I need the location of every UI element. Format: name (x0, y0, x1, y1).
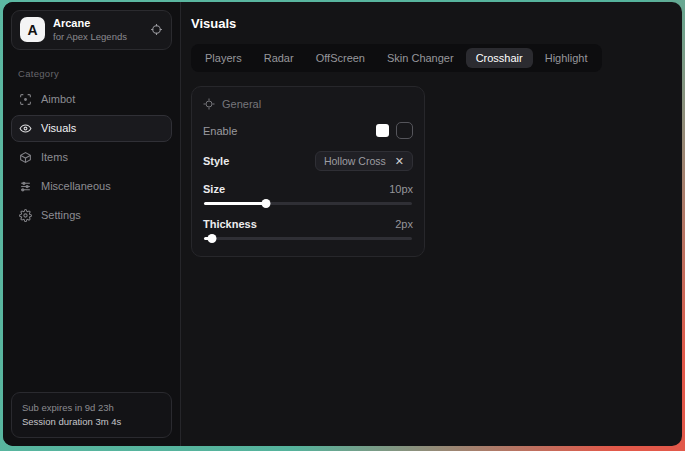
color-swatch[interactable] (376, 124, 389, 137)
app-subtitle: for Apex Legends (53, 31, 142, 43)
size-slider[interactable] (204, 199, 412, 208)
size-label: Size (203, 183, 225, 195)
panel-header-label: General (222, 98, 261, 110)
tab-highlight[interactable]: Highlight (535, 48, 598, 68)
sliders-icon (19, 180, 32, 193)
main-content: Visuals Players Radar OffScreen Skin Cha… (181, 2, 682, 446)
style-row: Style Hollow Cross ✕ (203, 151, 413, 171)
tab-skin-changer[interactable]: Skin Changer (377, 48, 464, 68)
app-logo: A (20, 17, 45, 42)
box-icon (19, 151, 32, 164)
slider-thumb[interactable] (262, 199, 271, 208)
enable-row: Enable (203, 122, 413, 139)
crosshair-icon[interactable] (150, 23, 163, 36)
thickness-label: Thickness (203, 218, 257, 230)
tab-radar[interactable]: Radar (254, 48, 304, 68)
enable-label: Enable (203, 125, 237, 137)
sidebar-nav: Aimbot Visuals Items (3, 85, 180, 230)
thickness-slider[interactable] (204, 234, 412, 243)
slider-fill (204, 202, 266, 205)
thickness-value: 2px (395, 218, 413, 230)
style-select[interactable]: Hollow Cross ✕ (315, 151, 413, 171)
app-header-card: A Arcane for Apex Legends (11, 10, 172, 50)
general-panel: General Enable Style Hollow Cross ✕ Size… (191, 86, 425, 257)
sidebar-item-visuals[interactable]: Visuals (11, 115, 172, 142)
sub-expires-text: Sub expires in 9d 23h (22, 401, 161, 415)
visuals-tabbar: Players Radar OffScreen Skin Changer Cro… (191, 44, 602, 72)
sidebar-item-label: Aimbot (41, 93, 75, 105)
panel-header: General (203, 98, 413, 110)
crosshair-icon (203, 98, 215, 110)
sidebar-item-aimbot[interactable]: Aimbot (11, 86, 172, 113)
enable-checkbox[interactable] (396, 122, 413, 139)
app-title: Arcane (53, 17, 142, 31)
slider-track (204, 237, 412, 240)
tab-players[interactable]: Players (195, 48, 252, 68)
style-selected-value: Hollow Cross (324, 155, 386, 167)
app-header-text: Arcane for Apex Legends (53, 17, 142, 43)
session-duration-text: Session duration 3m 4s (22, 415, 161, 429)
sidebar-item-label: Visuals (41, 122, 76, 134)
category-section-label: Category (18, 68, 180, 79)
sidebar-item-settings[interactable]: Settings (11, 202, 172, 229)
app-window: A Arcane for Apex Legends Category Aimbo… (3, 2, 682, 446)
sidebar-item-label: Settings (41, 209, 81, 221)
sidebar-item-label: Items (41, 151, 68, 163)
page-title: Visuals (191, 16, 672, 31)
scan-icon (19, 93, 32, 106)
slider-thumb[interactable] (208, 234, 217, 243)
sidebar-item-miscellaneous[interactable]: Miscellaneous (11, 173, 172, 200)
size-value: 10px (389, 183, 413, 195)
gear-icon (19, 209, 32, 222)
enable-controls (376, 122, 413, 139)
clear-icon[interactable]: ✕ (395, 156, 404, 167)
size-row: Size 10px (203, 183, 413, 195)
tab-offscreen[interactable]: OffScreen (306, 48, 375, 68)
sidebar-item-items[interactable]: Items (11, 144, 172, 171)
eye-icon (19, 122, 32, 135)
subscription-info-card: Sub expires in 9d 23h Session duration 3… (11, 392, 172, 439)
tab-crosshair[interactable]: Crosshair (466, 48, 533, 68)
style-label: Style (203, 155, 229, 167)
thickness-row: Thickness 2px (203, 218, 413, 230)
sidebar-item-label: Miscellaneous (41, 180, 111, 192)
sidebar: A Arcane for Apex Legends Category Aimbo… (3, 2, 181, 446)
